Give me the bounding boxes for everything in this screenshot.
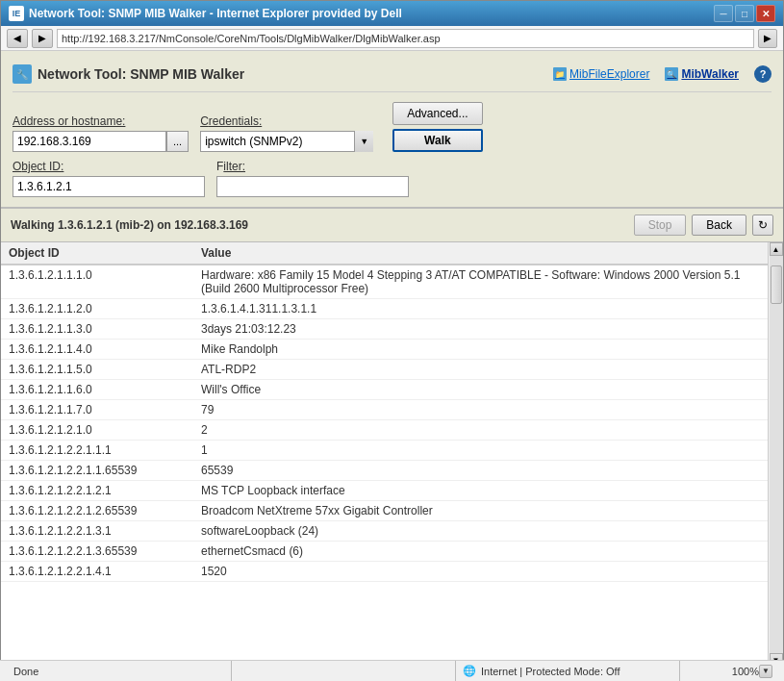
minimize-button[interactable]: ─	[714, 5, 733, 22]
cell-value: Broadcom NetXtreme 57xx Gigabit Controll…	[193, 501, 768, 521]
back-button[interactable]: Back	[692, 214, 746, 236]
table-row[interactable]: 1.3.6.1.2.1.2.2.1.1.6553965539	[1, 461, 768, 481]
address-group: Address or hostname: ...	[13, 114, 189, 152]
status-spacer	[232, 661, 456, 681]
scroll-thumb[interactable]	[771, 265, 782, 304]
table-row[interactable]: 1.3.6.1.2.1.2.2.1.3.65539ethernetCsmacd …	[1, 542, 768, 562]
address-input[interactable]	[13, 131, 166, 152]
cell-oid: 1.3.6.1.2.1.1.1.0	[1, 265, 193, 299]
cell-oid: 1.3.6.1.2.1.1.4.0	[1, 340, 193, 360]
stop-button[interactable]: Stop	[634, 214, 687, 236]
table-row[interactable]: 1.3.6.1.2.1.2.2.1.2.65539Broadcom NetXtr…	[1, 501, 768, 521]
credentials-select[interactable]: ipswitch (SNMPv2) public (SNMPv1) privat…	[200, 131, 373, 152]
zoom-arrow-button[interactable]: ▼	[759, 665, 772, 678]
cell-oid: 1.3.6.1.2.1.2.1.0	[1, 420, 193, 441]
cell-value: softwareLoopback (24)	[193, 521, 768, 542]
mibwalker-icon: 🔍	[665, 67, 678, 81]
cell-value: 2	[193, 420, 768, 441]
objectid-label: Object ID:	[13, 160, 205, 173]
title-bar: IE Network Tool: SNMP MIB Walker - Inter…	[1, 1, 783, 26]
objectid-input[interactable]	[13, 176, 205, 197]
address-label: Address or hostname:	[13, 114, 189, 128]
credentials-group: Credentials: ipswitch (SNMPv2) public (S…	[200, 114, 373, 152]
back-nav-button[interactable]: ◀	[7, 29, 28, 48]
cell-oid: 1.3.6.1.2.1.2.2.1.2.1	[1, 481, 193, 501]
table-row[interactable]: 1.3.6.1.2.1.1.3.03days 21:03:12.23	[1, 319, 768, 340]
cell-oid: 1.3.6.1.2.1.2.2.1.4.1	[1, 562, 193, 582]
table-row[interactable]: 1.3.6.1.2.1.2.2.1.2.1MS TCP Loopback int…	[1, 481, 768, 501]
results-area: Walking 1.3.6.1.2.1 (mib-2) on 192.168.3…	[1, 209, 783, 681]
scroll-track[interactable]	[770, 256, 783, 653]
table-row[interactable]: 1.3.6.1.2.1.1.6.0Will's Office	[1, 380, 768, 400]
browse-button[interactable]: ...	[166, 131, 189, 152]
address-input-group: ...	[13, 131, 189, 152]
results-table: Object ID Value 1.3.6.1.2.1.1.1.0Hardwar…	[1, 242, 768, 582]
cell-oid: 1.3.6.1.2.1.1.3.0	[1, 319, 193, 340]
walk-button[interactable]: Walk	[392, 129, 482, 152]
form-area: 🔧 Network Tool: SNMP MIB Walker 📁 MibFil…	[1, 51, 783, 209]
results-header: Walking 1.3.6.1.2.1 (mib-2) on 192.168.3…	[1, 209, 783, 242]
status-text: Done	[8, 661, 232, 681]
cell-value: ATL-RDP2	[193, 360, 768, 380]
cell-oid: 1.3.6.1.2.1.1.7.0	[1, 400, 193, 420]
table-row[interactable]: 1.3.6.1.2.1.1.2.01.3.6.1.4.1.311.1.3.1.1	[1, 299, 768, 319]
credentials-label: Credentials:	[200, 114, 373, 128]
cell-value: Will's Office	[193, 380, 768, 400]
cell-oid: 1.3.6.1.2.1.1.5.0	[1, 360, 193, 380]
filter-label: Filter:	[216, 160, 409, 173]
window-title: Network Tool: SNMP MIB Walker - Internet…	[29, 7, 714, 20]
action-buttons: Advanced... Walk	[392, 102, 482, 152]
refresh-button[interactable]: ↻	[752, 214, 773, 236]
col-value-header: Value	[193, 242, 768, 265]
table-row[interactable]: 1.3.6.1.2.1.2.2.1.3.1softwareLoopback (2…	[1, 521, 768, 542]
cell-value: MS TCP Loopback interface	[193, 481, 768, 501]
table-row[interactable]: 1.3.6.1.2.1.1.4.0Mike Randolph	[1, 340, 768, 360]
tool-links: 📁 MibFileExplorer 🔍 MibWalker ?	[553, 65, 771, 83]
cell-oid: 1.3.6.1.2.1.2.2.1.3.65539	[1, 542, 193, 562]
table-row[interactable]: 1.3.6.1.2.1.2.2.1.1.11	[1, 441, 768, 461]
forward-nav-button[interactable]: ▶	[32, 29, 53, 48]
mibfile-link[interactable]: 📁 MibFileExplorer	[553, 67, 649, 81]
table-row[interactable]: 1.3.6.1.2.1.2.1.02	[1, 420, 768, 441]
address-bar: ◀ ▶ http://192.168.3.217/NmConsole/CoreN…	[1, 26, 783, 51]
maximize-button[interactable]: □	[735, 5, 754, 22]
mibfile-icon: 📁	[553, 67, 567, 81]
cell-value: 3days 21:03:12.23	[193, 319, 768, 340]
mibwalker-link[interactable]: 🔍 MibWalker	[665, 67, 739, 81]
objectid-group: Object ID:	[13, 160, 205, 197]
cell-value: 1	[193, 441, 768, 461]
app-icon: IE	[9, 6, 24, 21]
cell-value: 1520	[193, 562, 768, 582]
data-table[interactable]: Object ID Value 1.3.6.1.2.1.1.1.0Hardwar…	[1, 242, 768, 667]
walking-status: Walking 1.3.6.1.2.1 (mib-2) on 192.168.3…	[11, 218, 248, 232]
cell-oid: 1.3.6.1.2.1.1.2.0	[1, 299, 193, 319]
filter-input[interactable]	[216, 176, 409, 197]
table-row[interactable]: 1.3.6.1.2.1.1.5.0ATL-RDP2	[1, 360, 768, 380]
scroll-up-button[interactable]: ▲	[770, 242, 783, 256]
cell-oid: 1.3.6.1.2.1.2.2.1.2.65539	[1, 501, 193, 521]
advanced-button[interactable]: Advanced...	[392, 102, 482, 125]
globe-icon: 🌐	[462, 664, 477, 679]
tool-header: 🔧 Network Tool: SNMP MIB Walker 📁 MibFil…	[13, 59, 771, 92]
table-row[interactable]: 1.3.6.1.2.1.1.7.079	[1, 400, 768, 420]
cell-oid: 1.3.6.1.2.1.2.2.1.3.1	[1, 521, 193, 542]
tool-icon: 🔧	[13, 64, 32, 84]
cell-value: 65539	[193, 461, 768, 481]
table-row[interactable]: 1.3.6.1.2.1.1.1.0Hardware: x86 Family 15…	[1, 265, 768, 299]
cell-value: 1.3.6.1.4.1.311.1.3.1.1	[193, 299, 768, 319]
url-field[interactable]: http://192.168.3.217/NmConsole/CoreNm/To…	[57, 29, 754, 48]
form-row-2: Object ID: Filter:	[13, 160, 771, 197]
cell-oid: 1.3.6.1.2.1.2.2.1.1.65539	[1, 461, 193, 481]
window-controls: ─ □ ✕	[714, 5, 775, 22]
table-container: Object ID Value 1.3.6.1.2.1.1.1.0Hardwar…	[1, 242, 783, 667]
zoom-control[interactable]: 100% ▼	[680, 661, 776, 681]
go-button[interactable]: ▶	[758, 29, 777, 48]
form-row-1: Address or hostname: ... Credentials: ip…	[13, 102, 771, 152]
vertical-scrollbar[interactable]: ▲ ▼	[768, 242, 783, 667]
cell-value: 79	[193, 400, 768, 420]
col-oid-header: Object ID	[1, 242, 193, 265]
table-row[interactable]: 1.3.6.1.2.1.2.2.1.4.11520	[1, 562, 768, 582]
close-button[interactable]: ✕	[756, 5, 775, 22]
help-button[interactable]: ?	[754, 65, 771, 83]
cell-oid: 1.3.6.1.2.1.1.6.0	[1, 380, 193, 400]
